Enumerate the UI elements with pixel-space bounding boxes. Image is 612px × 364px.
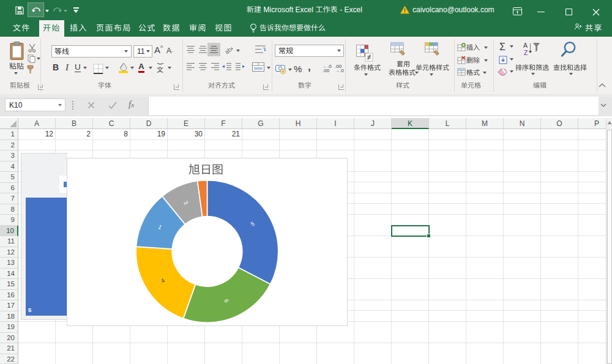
svg-text:Microsoft Excel: Microsoft Excel <box>264 6 313 14</box>
svg-text:A: A <box>523 42 528 49</box>
svg-text:- Excel: - Excel <box>340 6 362 14</box>
svg-text:Z: Z <box>524 49 528 56</box>
svg-text:ab: ab <box>224 46 233 54</box>
